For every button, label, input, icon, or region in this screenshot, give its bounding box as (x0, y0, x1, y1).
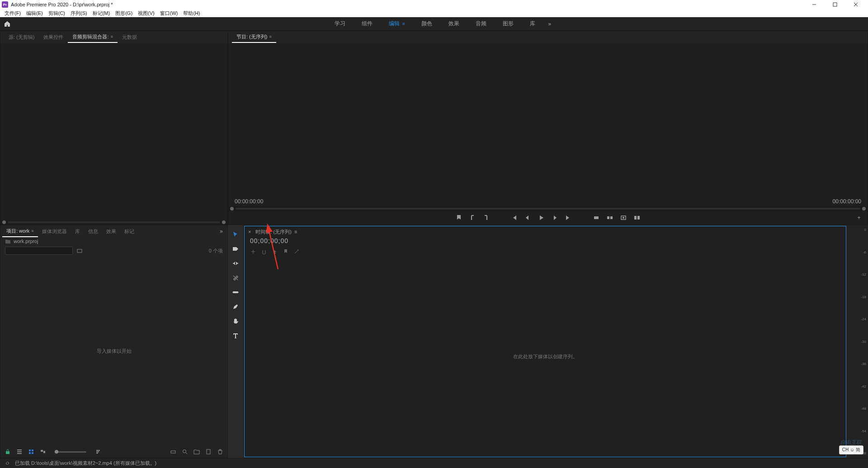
source-scrubber[interactable] (0, 220, 227, 225)
audio-meters: 0 -6 -12 -18 -24 -30 -36 -42 -48 -54 dB (847, 225, 868, 458)
tab-libraries[interactable]: 库 (71, 225, 84, 237)
tab-effect-controls[interactable]: 效果控件 (39, 31, 68, 43)
new-bin-icon[interactable] (76, 248, 83, 254)
menu-graphics[interactable]: 图形(G) (113, 10, 135, 17)
tab-info[interactable]: 信息 (84, 225, 102, 237)
tab-effects[interactable]: 效果 (102, 225, 120, 237)
workspace-assembly[interactable]: 组件 (354, 17, 381, 31)
workspace-color[interactable]: 颜色 (413, 17, 440, 31)
tab-markers[interactable]: 标记 (120, 225, 138, 237)
close-button[interactable] (845, 0, 866, 9)
project-drop-zone[interactable]: 导入媒体以开始 (4, 260, 224, 442)
tool-slip[interactable] (231, 287, 241, 297)
new-bin-button[interactable] (193, 448, 200, 455)
panel-menu-icon[interactable]: ≡ (111, 34, 113, 39)
menu-file[interactable]: 文件(F) (2, 10, 24, 17)
tool-razor[interactable] (231, 273, 241, 283)
freeform-view-button[interactable] (39, 448, 47, 455)
tool-track-select[interactable] (231, 244, 241, 254)
svg-rect-1 (594, 216, 599, 219)
mark-out-button[interactable] (482, 214, 490, 222)
button-editor-button[interactable]: + (855, 214, 863, 222)
tab-source-none[interactable]: 源: (无剪辑) (4, 31, 39, 43)
status-link-icon (5, 460, 10, 466)
export-frame-button[interactable] (619, 214, 627, 222)
timeline-marker-icon[interactable] (283, 248, 289, 255)
workspace-audio[interactable]: 音频 (467, 17, 495, 31)
program-scrubber[interactable] (228, 206, 868, 211)
program-scrub-right[interactable] (862, 207, 866, 211)
home-button[interactable] (0, 17, 14, 31)
mark-in-button[interactable] (468, 214, 476, 222)
timeline-insert-icon[interactable] (250, 248, 256, 255)
timeline-settings-icon[interactable] (293, 248, 300, 255)
tab-project[interactable]: 项目: work≡ (2, 225, 38, 237)
app-bar: 学习 组件 编辑 颜色 效果 音频 图形 库 » (0, 17, 868, 31)
svg-rect-3 (610, 216, 613, 219)
bottom-right-area: × 时间轴: (无序列) ≡ 00;00;00;00 在此处放下媒体以创建序列。… (228, 225, 868, 458)
scrub-track[interactable] (8, 221, 220, 223)
tab-metadata[interactable]: 元数据 (118, 31, 142, 43)
workspace-graphics[interactable]: 图形 (495, 17, 522, 31)
automate-to-sequence-button[interactable] (170, 448, 177, 455)
tool-selection[interactable] (231, 229, 241, 239)
find-button[interactable] (181, 448, 189, 455)
project-bin-row[interactable]: work.prproj (0, 237, 227, 245)
tool-ripple-edit[interactable] (231, 258, 241, 268)
project-tabs-overflow[interactable]: » (217, 228, 226, 234)
project-writable-toggle[interactable] (4, 448, 11, 455)
project-search-box[interactable] (5, 247, 73, 255)
source-panel-tabs: 源: (无剪辑) 效果控件 音频剪辑混合器:≡ 元数据 (0, 31, 227, 43)
maximize-button[interactable] (825, 0, 845, 9)
lift-button[interactable] (592, 214, 600, 222)
tool-pen[interactable] (231, 302, 241, 312)
delete-button[interactable] (217, 448, 224, 455)
workspace-editing[interactable]: 编辑 (381, 17, 413, 31)
timeline-snap-icon[interactable] (261, 248, 267, 255)
menu-clip[interactable]: 剪辑(C) (46, 10, 68, 17)
scrub-handle-left[interactable] (2, 220, 6, 224)
tool-hand[interactable] (231, 316, 241, 326)
timeline-timecode[interactable]: 00;00;00;00 (245, 237, 846, 247)
program-scrub-track[interactable] (236, 208, 860, 210)
svg-rect-17 (171, 451, 175, 453)
sort-button[interactable] (94, 448, 102, 455)
scrub-handle-right[interactable] (222, 220, 226, 224)
tab-audio-clip-mixer[interactable]: 音频剪辑混合器:≡ (68, 31, 117, 43)
project-panel-menu-icon[interactable]: ≡ (31, 229, 33, 233)
project-search-input[interactable] (9, 248, 71, 253)
workspace-effects[interactable]: 效果 (440, 17, 467, 31)
list-view-button[interactable] (16, 448, 23, 455)
minimize-button[interactable] (804, 0, 825, 9)
play-button[interactable] (537, 214, 545, 222)
timeline-drop-zone[interactable]: 在此处放下媒体以创建序列。 (245, 256, 846, 457)
thumbnail-size-slider[interactable] (55, 451, 86, 453)
workspace-libraries[interactable]: 库 (522, 17, 543, 31)
menu-window[interactable]: 窗口(W) (157, 10, 181, 17)
timeline-linked-selection-icon[interactable] (272, 248, 278, 255)
step-forward-button[interactable] (551, 214, 559, 222)
timeline-close-icon[interactable]: × (248, 229, 251, 234)
step-back-button[interactable] (524, 214, 532, 222)
menu-edit[interactable]: 编辑(E) (24, 10, 46, 17)
tool-type[interactable] (231, 331, 241, 341)
workspace-overflow-button[interactable]: » (543, 17, 556, 31)
menu-markers[interactable]: 标记(M) (90, 10, 113, 17)
icon-view-button[interactable] (28, 448, 35, 455)
menu-view[interactable]: 视图(V) (135, 10, 157, 17)
extract-button[interactable] (606, 214, 614, 222)
comparison-view-button[interactable] (633, 214, 641, 222)
go-to-in-button[interactable] (510, 214, 518, 222)
go-to-out-button[interactable] (564, 214, 572, 222)
timeline-panel-menu-icon[interactable]: ≡ (294, 229, 297, 234)
workspace-learning[interactable]: 学习 (326, 17, 354, 31)
tab-media-browser[interactable]: 媒体浏览器 (38, 225, 71, 237)
menu-help[interactable]: 帮助(H) (180, 10, 203, 17)
program-panel-menu-icon[interactable]: ≡ (269, 34, 271, 39)
program-scrub-left[interactable] (230, 207, 234, 211)
program-panel: 节目: (无序列)≡ 00:00:00:00 00:00:00:00 (228, 31, 868, 225)
menu-sequence[interactable]: 序列(S) (68, 10, 90, 17)
new-item-button[interactable] (205, 448, 212, 455)
add-marker-button[interactable] (455, 214, 463, 222)
tab-program[interactable]: 节目: (无序列)≡ (232, 31, 276, 43)
